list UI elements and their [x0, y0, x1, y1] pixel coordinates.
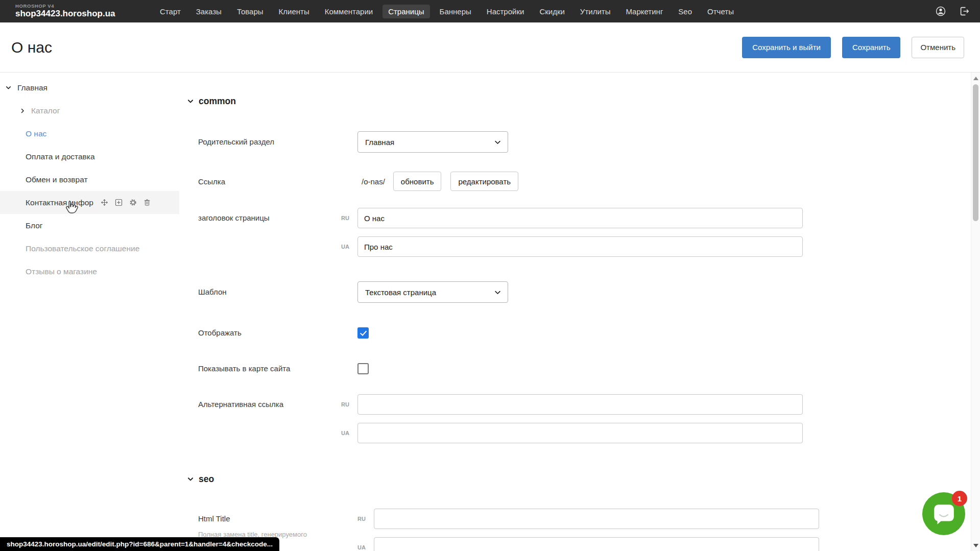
chevron-down-icon: [494, 289, 501, 296]
tree-item-label: Каталог: [31, 106, 60, 115]
tree-item-label: О нас: [26, 129, 46, 138]
nav-item-utilities[interactable]: Утилиты: [575, 5, 616, 18]
sitemap-checkbox[interactable]: [357, 363, 369, 374]
scroll-up-arrow-icon[interactable]: [973, 77, 978, 80]
chevron-down-icon[interactable]: [5, 84, 12, 91]
tree-item-label: Обмен и возврат: [26, 175, 88, 184]
section-seo-header[interactable]: seo: [187, 472, 971, 486]
row-display: Отображать: [198, 327, 971, 339]
nav-item-orders[interactable]: Заказы: [190, 5, 227, 18]
nav-item-products[interactable]: Товары: [231, 5, 269, 18]
parent-section-select[interactable]: Главная: [357, 131, 508, 153]
vertical-scrollbar[interactable]: [971, 73, 980, 551]
trash-icon[interactable]: [143, 198, 151, 207]
lang-badge-ua: UA: [357, 537, 374, 551]
account-icon[interactable]: [935, 6, 946, 17]
tree-item-katalog[interactable]: Каталог: [0, 99, 179, 122]
page-edit-form: common Родительский раздел Главная Ссылк…: [180, 73, 971, 551]
section-seo-label: seo: [199, 474, 214, 485]
nav-item-discounts[interactable]: Скидки: [534, 5, 570, 18]
tree-item-o-nas[interactable]: О нас: [0, 122, 179, 145]
page-title-field-label: заголовок страницы: [198, 208, 341, 257]
section-common-header[interactable]: common: [187, 94, 971, 108]
tree-item-label: Главная: [17, 83, 47, 92]
html-title-ua-input[interactable]: [374, 537, 819, 551]
tree-item-otzyvy[interactable]: Отзывы о магазине: [0, 260, 179, 283]
add-page-icon[interactable]: [114, 198, 123, 207]
sitemap-label: Показывать в карте сайта: [198, 363, 357, 374]
lang-badge-ua: UA: [341, 423, 357, 443]
lang-badge-ru: RU: [357, 509, 374, 529]
tree-item-blog[interactable]: Блог: [0, 214, 179, 237]
nav-item-start[interactable]: Старт: [154, 5, 186, 18]
tree-item-oplata[interactable]: Оплата и доставка: [0, 145, 179, 168]
pages-tree-sidebar: Главная Каталог О нас Оплата и доставка …: [0, 73, 179, 551]
display-checkbox[interactable]: [357, 327, 369, 339]
save-button[interactable]: Сохранить: [842, 37, 901, 58]
tree-item-label: Отзывы о магазине: [26, 267, 97, 276]
chat-widget-button[interactable]: 1: [922, 492, 965, 535]
nav-item-reports[interactable]: Отчеты: [702, 5, 739, 18]
page-title-ru-input[interactable]: [357, 208, 803, 228]
scrollbar-thumb[interactable]: [973, 84, 978, 221]
alt-link-ru-input[interactable]: [357, 394, 803, 415]
html-title-label: Html Title: [198, 514, 357, 524]
nav-item-seo[interactable]: Seo: [673, 5, 698, 18]
link-label: Ссылка: [198, 172, 357, 192]
tree-item-glavnaya[interactable]: Главная: [0, 76, 179, 99]
row-link: Ссылка /o-nas/ обновить редактировать: [198, 172, 971, 192]
logo[interactable]: HOROSHOP V4 shop34423.horoshop.ua: [15, 4, 134, 19]
scroll-down-arrow-icon[interactable]: [973, 544, 978, 547]
nav-item-pages[interactable]: Страницы: [383, 5, 429, 18]
lang-badge-ua: UA: [341, 236, 357, 257]
tree-item-polzovatelskoe[interactable]: Пользовательское соглашение: [0, 237, 179, 260]
link-update-button[interactable]: обновить: [393, 172, 442, 191]
template-value: Текстовая страница: [365, 288, 436, 297]
template-label: Шаблон: [198, 281, 357, 303]
cancel-button[interactable]: Отменить: [912, 37, 964, 58]
link-edit-button[interactable]: редактировать: [450, 172, 518, 191]
lang-badge-ru: RU: [341, 394, 357, 415]
chat-bubble-icon: [931, 501, 956, 526]
tree-item-actions: [100, 198, 151, 207]
tree-item-kontaktnaya[interactable]: Контактная инфор: [0, 191, 179, 214]
link-path-value: /o-nas/: [362, 172, 385, 192]
nav-item-banners[interactable]: Баннеры: [434, 5, 477, 18]
save-and-exit-button[interactable]: Сохранить и выйти: [742, 37, 831, 58]
nav-item-marketing[interactable]: Маркетинг: [620, 5, 668, 18]
logo-domain: shop34423.horoshop.ua: [15, 9, 134, 19]
parent-section-value: Главная: [365, 138, 394, 147]
lang-badge-ru: RU: [341, 208, 357, 228]
page-title-ua-input[interactable]: [357, 236, 803, 257]
chat-unread-badge: 1: [952, 491, 967, 506]
main-nav: Старт Заказы Товары Клиенты Комментарии …: [154, 5, 739, 18]
gear-icon[interactable]: [129, 198, 137, 207]
logo-version: HOROSHOP V4: [15, 4, 134, 9]
chevron-down-icon: [494, 138, 501, 146]
html-title-ru-input[interactable]: [374, 509, 819, 529]
move-icon[interactable]: [100, 198, 109, 207]
nav-right-icons: [935, 6, 970, 17]
chevron-right-icon[interactable]: [19, 108, 26, 114]
logout-icon[interactable]: [959, 6, 970, 17]
row-sitemap: Показывать в карте сайта: [198, 363, 971, 374]
alt-link-ua-input[interactable]: [357, 423, 803, 443]
chevron-down-icon: [187, 475, 194, 483]
tree-item-label: Оплата и доставка: [26, 152, 95, 161]
nav-item-settings[interactable]: Настройки: [481, 5, 530, 18]
nav-item-comments[interactable]: Комментарии: [319, 5, 378, 18]
page-title: О нас: [11, 39, 52, 56]
row-alt-link: Альтернативная ссылка RU UA: [198, 394, 971, 443]
nav-item-clients[interactable]: Клиенты: [273, 5, 315, 18]
header-buttons: Сохранить и выйти Сохранить Отменить: [742, 37, 964, 58]
top-navbar: HOROSHOP V4 shop34423.horoshop.ua Старт …: [0, 0, 980, 22]
tree-item-label: Пользовательское соглашение: [26, 244, 139, 253]
tree-item-label: Контактная инфор: [26, 198, 93, 207]
row-parent-section: Родительский раздел Главная: [198, 131, 971, 153]
tree-item-obmen[interactable]: Обмен и возврат: [0, 168, 179, 191]
page-header: О нас Сохранить и выйти Сохранить Отмени…: [0, 22, 980, 73]
row-template: Шаблон Текстовая страница: [198, 281, 971, 303]
tree-item-label: Блог: [26, 221, 43, 230]
link-preview-statusbar: shop34423.horoshop.ua/edit/edit.php?id=6…: [0, 537, 279, 551]
template-select[interactable]: Текстовая страница: [357, 281, 508, 303]
